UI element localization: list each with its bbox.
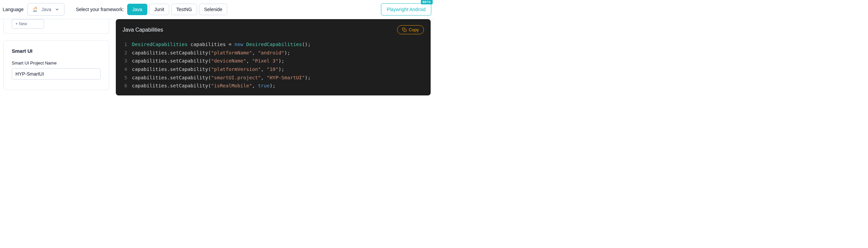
code-line: 5capabilities.setCapability("smartUI.pro…	[121, 74, 424, 82]
line-number: 3	[121, 57, 127, 65]
code-line: 4capabilities.setCapability("platformVer…	[121, 65, 424, 74]
new-button[interactable]: + New	[12, 19, 44, 29]
top-partial-card: + New	[3, 19, 109, 34]
project-name-label: Smart UI Project Name	[12, 60, 101, 65]
left-column: + New Smart UI Smart UI Project Name	[3, 19, 109, 90]
language-label: Language	[3, 7, 24, 12]
line-number: 6	[121, 82, 127, 90]
copy-label: Copy	[409, 27, 419, 32]
smart-ui-title: Smart UI	[12, 48, 101, 54]
code-panel: Java Capabilities Copy 1DesiredCapabilit…	[116, 19, 431, 95]
code-line: 2capabilities.setCapability("platformNam…	[121, 49, 424, 57]
framework-tab-testng[interactable]: TestNG	[171, 4, 197, 15]
top-bar: Language Java Select your framework: Jav…	[0, 0, 434, 19]
framework-tab-java[interactable]: Java	[127, 4, 147, 15]
copy-icon	[402, 28, 407, 32]
line-number: 5	[121, 74, 127, 82]
line-number: 2	[121, 49, 127, 57]
line-number: 4	[121, 65, 127, 74]
project-name-input[interactable]	[12, 68, 101, 80]
main-content: + New Smart UI Smart UI Project Name Jav…	[0, 19, 434, 95]
code-content: DesiredCapabilities capabilities = new D…	[132, 40, 311, 49]
code-title: Java Capabilities	[123, 27, 163, 33]
framework-tab-selenide[interactable]: Selenide	[199, 4, 227, 15]
code-content: capabilities.setCapability("platformName…	[132, 49, 290, 57]
playwright-android-button[interactable]: Playwright Android	[381, 3, 431, 16]
framework-tabs: JavaJunitTestNGSelenide	[127, 4, 227, 15]
code-line: 6capabilities.setCapability("isRealMobil…	[121, 82, 424, 90]
beta-badge: BETA	[421, 0, 433, 4]
code-content: capabilities.setCapability("deviceName",…	[132, 57, 284, 65]
selected-language-label: Java	[41, 7, 51, 12]
code-body: 1DesiredCapabilities capabilities = new …	[116, 38, 431, 90]
svg-rect-0	[404, 29, 406, 32]
copy-button[interactable]: Copy	[397, 25, 424, 34]
right-column: Java Capabilities Copy 1DesiredCapabilit…	[116, 19, 431, 95]
smart-ui-card: Smart UI Smart UI Project Name	[3, 40, 109, 90]
framework-label: Select your framework:	[76, 7, 124, 12]
chevron-down-icon	[55, 7, 59, 12]
code-line: 1DesiredCapabilities capabilities = new …	[121, 40, 424, 49]
language-dropdown[interactable]: Java	[28, 3, 64, 16]
playwright-button-wrap: BETA Playwright Android	[381, 3, 431, 16]
line-number: 1	[121, 40, 127, 49]
framework-tab-junit[interactable]: Junit	[149, 4, 169, 15]
java-icon	[33, 6, 38, 13]
code-content: capabilities.setCapability("smartUI.proj…	[132, 74, 311, 82]
code-line: 3capabilities.setCapability("deviceName"…	[121, 57, 424, 65]
code-header: Java Capabilities Copy	[116, 19, 431, 38]
code-content: capabilities.setCapability("platformVers…	[132, 65, 284, 74]
code-content: capabilities.setCapability("isRealMobile…	[132, 82, 276, 90]
